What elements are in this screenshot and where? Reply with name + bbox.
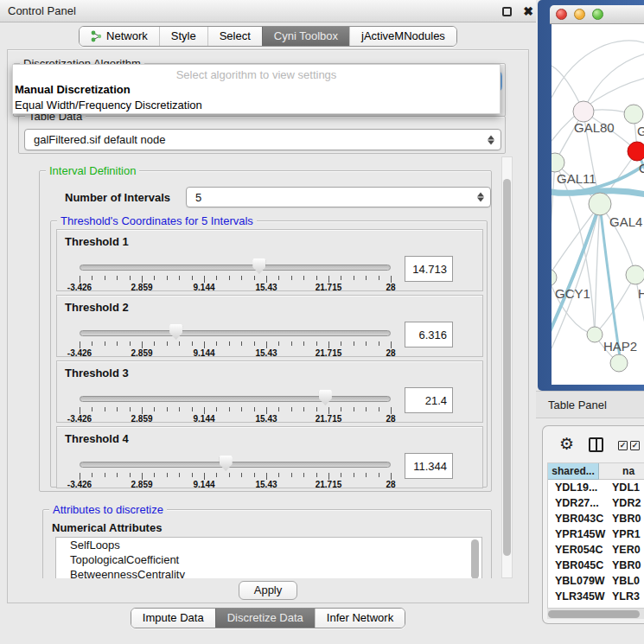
threshold-slider-thumb[interactable] [252,258,265,274]
tab-style[interactable]: Style [159,27,207,46]
scrollbar-thumb[interactable] [471,539,479,578]
threshold-value-field[interactable]: 21.4 [405,387,453,413]
network-node-green[interactable] [587,327,603,342]
network-node-green[interactable] [610,354,628,372]
cell-name: YPR1 [609,526,644,542]
threshold-value-field[interactable]: 6.316 [405,322,453,348]
table-row[interactable]: YLR345WYLR3 [548,589,644,604]
gear-icon[interactable]: ⚙ [559,436,574,453]
threshold-box-2: Threshold 2-3.4262.8599.14415.4321.71528… [56,295,483,357]
threshold-slider-thumb[interactable] [220,456,233,471]
threshold-slider-track[interactable] [80,265,391,271]
tick-label: 28 [372,414,410,424]
table-row[interactable]: YDL19...YDL1 [548,480,644,495]
tick-mark [354,407,354,411]
network-node-green[interactable] [589,193,611,215]
table-row[interactable]: YBR045CYBR0 [548,558,644,573]
apply-button[interactable]: Apply [239,581,297,600]
cell-shared-name: YBR043C [548,511,609,526]
network-edge[interactable] [552,41,644,98]
network-window-titlebar[interactable] [550,5,644,24]
node-label: C [639,161,644,175]
threshold-slider-thumb[interactable] [169,324,182,340]
table-row[interactable]: YPR145WYPR1 [548,526,644,542]
tab-infer-network[interactable]: Infer Network [315,609,405,628]
table-data-value: galFiltered.sif default node [34,133,165,146]
table-row[interactable]: YDR27...YDR2 [548,495,644,511]
network-graph[interactable]: GAL80GACGAL11GAL4GCY1HHAP2 [552,24,644,385]
table-horizontal-scrollbar[interactable] [547,608,644,619]
settings-vertical-scrollbar[interactable] [501,156,513,578]
float-window-icon[interactable] [502,7,512,16]
threshold-label: Threshold 2 [65,301,129,314]
checkbox-icon[interactable]: ✓ [618,441,628,450]
threshold-slider-track[interactable] [80,330,391,336]
tab-discretize-data[interactable]: Discretize Data [215,609,315,628]
attributes-list-scrollbar[interactable] [470,539,480,578]
threshold-slider-thumb[interactable] [319,390,332,405]
column-header-shared-name[interactable]: shared... [548,463,599,480]
network-edge[interactable] [583,54,644,112]
table-row[interactable]: YER054CYER0 [548,542,644,558]
network-node-red[interactable] [628,142,644,161]
table-row[interactable]: YBL079WYBL0 [548,573,644,589]
tick-label: 21.715 [309,480,348,489]
table-row[interactable]: YBR043CYBR0 [548,511,644,526]
minimize-traffic-light-icon[interactable] [574,9,585,20]
tick-mark [379,276,379,280]
threshold-value-field[interactable]: 11.344 [405,453,453,479]
tick-label: 2.859 [123,414,161,424]
attribute-list-item[interactable]: TopologicalCoefficient [56,552,481,567]
attribute-list-item[interactable]: BetweennessCentrality [56,567,481,578]
network-node-green[interactable] [626,265,644,284]
network-edge[interactable] [552,163,555,277]
network-canvas[interactable]: GAL80GACGAL11GAL4GCY1HHAP2 [552,24,644,385]
threshold-slider-track[interactable] [80,462,391,468]
table-data-combobox[interactable]: galFiltered.sif default node [24,129,501,150]
tab-cyni-toolbox[interactable]: Cyni Toolbox [262,27,349,46]
cell-shared-name: YDL19... [548,480,609,495]
algorithm-option-equal-width[interactable]: Equal Width/Frequency Discretization [15,99,202,112]
network-node-pink[interactable] [573,101,594,122]
attribute-list-item[interactable]: SelfLoops [56,538,481,552]
number-of-intervals-combobox[interactable]: 5 [186,187,491,207]
split-view-icon[interactable] [589,437,603,452]
tab-label: Cyni Toolbox [274,29,338,42]
cell-name: YBR0 [609,511,644,526]
scrollbar-thumb[interactable] [548,610,640,618]
tick-label: 28 [372,480,410,489]
tab-label: Select [220,29,251,42]
tab-select[interactable]: Select [207,27,262,46]
network-edge-thick[interactable] [552,204,600,335]
tab-network[interactable]: Network [80,27,159,46]
attributes-group: Attributes to discretize Numerical Attri… [42,509,492,578]
tick-label: -3.426 [61,480,99,489]
tick-mark [328,407,329,414]
tick-mark [391,276,392,283]
algorithm-option-manual[interactable]: Manual Discretization [15,83,131,96]
tick-mark [105,473,105,477]
network-node-green[interactable] [624,105,643,124]
cell-name: YBR0 [609,558,644,573]
algorithm-dropdown-popup: Select algorithm to view settings Manual… [12,64,501,114]
zoom-traffic-light-icon[interactable] [592,9,603,20]
tick-mark [379,407,379,411]
node-attribute-table[interactable]: shared... na YDL19...YDL1YDR27...YDR2YBR… [547,462,644,611]
threshold-slider-track[interactable] [80,396,391,402]
tick-mark [291,473,292,477]
close-traffic-light-icon[interactable] [556,9,567,20]
tick-label: 2.859 [123,480,161,489]
threshold-value-field[interactable]: 14.713 [405,256,453,282]
network-node-green[interactable] [552,269,557,286]
network-view-window[interactable]: GAL80GACGAL11GAL4GCY1HHAP2 [538,0,644,391]
checkbox-icon[interactable]: ✓ [630,441,640,450]
numerical-attributes-list[interactable]: SelfLoopsTopologicalCoefficientBetweenne… [55,537,482,578]
tab-jactivemnodules[interactable]: jActiveMNodules [349,27,456,46]
node-label: GCY1 [555,286,590,301]
column-header-name[interactable]: na [599,463,644,480]
scrollbar-thumb[interactable] [503,179,511,556]
tab-impute-data[interactable]: Impute Data [131,609,215,628]
tick-mark [379,473,379,477]
tab-label: Network [106,29,148,42]
close-icon[interactable]: ✖ [520,3,536,19]
